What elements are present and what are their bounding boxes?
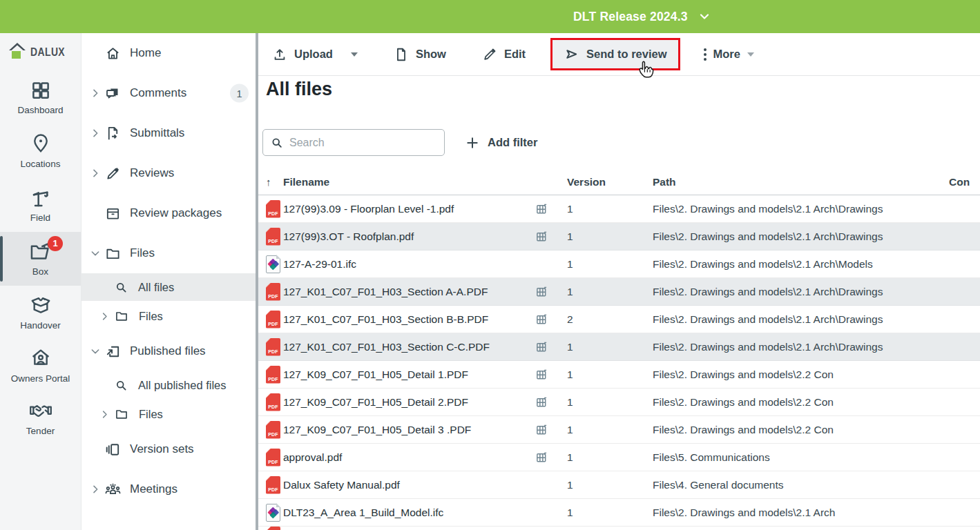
pdf-file-icon	[266, 200, 280, 218]
more-button[interactable]: More	[704, 48, 754, 61]
filename-cell: 127-A-29-01.ifc	[283, 258, 535, 271]
version-cell: 1	[563, 424, 648, 436]
version-cell: 1	[563, 451, 648, 464]
filename-cell: 127_K09_C07_F01_H05_Detail 1.PDF	[283, 369, 535, 381]
sidebar-item-reviews[interactable]: Reviews	[81, 153, 256, 193]
table-row[interactable]: 127_K09_C07_F01_H05_Detail 1.PDF 1 Files…	[258, 361, 980, 389]
search-input[interactable]	[289, 137, 427, 149]
package-box-icon	[102, 206, 123, 222]
partially-visible-row	[258, 527, 980, 530]
table-row[interactable]: 127(99)3.OT - Roofplan.pdf 1 Files\2. Dr…	[258, 223, 980, 251]
table-row[interactable]: 127-A-29-01.ifc 1 Files\2. Drawings and …	[258, 251, 980, 278]
rail-item-tender[interactable]: Tender	[0, 393, 81, 445]
table-row[interactable]: 127(99)3.09 - Floorplan Level -1.pdf 1 F…	[258, 195, 980, 223]
chevron-right-icon[interactable]	[97, 311, 111, 322]
edit-button[interactable]: Edit	[482, 47, 526, 62]
plus-icon	[465, 136, 479, 150]
chevron-right-icon[interactable]	[88, 484, 102, 495]
sidebar-item-review-packages[interactable]: Review packages	[81, 193, 256, 233]
chevron-right-icon[interactable]	[88, 168, 102, 179]
version-cell: 1	[563, 479, 648, 491]
header-version[interactable]: Version	[563, 176, 648, 188]
table-row[interactable]: 127_K09_C07_F01_H05_Detail 2.PDF 1 Files…	[258, 389, 980, 416]
upload-icon	[272, 47, 287, 62]
filename-cell: 127(99)3.09 - Floorplan Level -1.pdf	[283, 203, 535, 215]
pdf-file-icon	[266, 283, 280, 301]
filename-cell: 127_K09_C07_F01_H05_Detail 3 .PDF	[283, 424, 535, 436]
path-cell: Files\2. Drawings and models\2.1 Arch\Dr…	[648, 286, 949, 298]
upload-button[interactable]: Upload	[272, 47, 358, 62]
folder-icon	[111, 407, 132, 421]
file-table: 127(99)3.09 - Floorplan Level -1.pdf 1 F…	[258, 195, 980, 527]
sidebar-item-version-sets[interactable]: Version sets	[81, 429, 256, 469]
header-filename[interactable]: Filename	[283, 176, 535, 188]
submittal-document-icon	[102, 126, 123, 141]
project-title: DLT Release 2024.3	[573, 10, 688, 24]
top-bar: DLT Release 2024.3	[0, 0, 980, 33]
sidebar-item-published-files-folder[interactable]: Files	[81, 399, 256, 429]
rail-item-owners-portal[interactable]: Owners Portal	[0, 339, 81, 393]
path-cell: Files\5. Communications	[648, 451, 949, 464]
filename-cell: DLT23_A_Area 1_Build_Model.ifc	[283, 507, 535, 519]
version-cell: 1	[563, 369, 648, 381]
version-cell: 1	[563, 203, 648, 215]
chevron-down-icon[interactable]	[88, 248, 102, 259]
red-highlight-annotation: Send to review	[550, 38, 680, 70]
pdf-file-icon	[266, 393, 280, 411]
sidebar-item-submittals[interactable]: Submittals	[81, 113, 256, 153]
add-filter-button[interactable]: Add filter	[465, 136, 537, 150]
sheet-grid-icon	[535, 423, 548, 436]
sidebar-item-comments[interactable]: Comments 1	[81, 73, 256, 113]
project-selector[interactable]: DLT Release 2024.3	[573, 0, 711, 33]
sidebar-item-files-folder[interactable]: Files	[81, 301, 256, 331]
rail-item-box[interactable]: Box 1	[0, 232, 81, 286]
search-input-wrap[interactable]	[262, 129, 445, 156]
box-notification-badge: 1	[48, 236, 63, 251]
chevron-down-icon[interactable]	[88, 346, 102, 357]
sidebar-item-all-published-files[interactable]: All published files	[81, 371, 256, 399]
path-cell: Files\2. Drawings and models\2.1 Arch\Mo…	[648, 258, 949, 271]
table-row[interactable]: 127_K09_C07_F01_H05_Detail 3 .PDF 1 File…	[258, 416, 980, 444]
table-row[interactable]: Dalux Safety Manual.pdf 1 Files\4. Gener…	[258, 471, 980, 499]
sidebar-item-home[interactable]: Home	[81, 33, 256, 73]
table-row[interactable]: 127_K01_C07_F01_H03_Section A-A.PDF 1 Fi…	[258, 278, 980, 306]
path-cell: Files\2. Drawings and models\2.2 Con	[648, 369, 949, 381]
upload-caret-icon[interactable]	[351, 52, 358, 57]
sidebar-item-all-files[interactable]: All files	[81, 273, 256, 301]
table-row[interactable]: approval.pdf 1 Files\5. Communications	[258, 444, 980, 471]
rail-item-locations[interactable]: Locations	[0, 124, 81, 178]
search-icon	[111, 378, 131, 393]
chevron-right-icon[interactable]	[88, 88, 102, 99]
path-cell: Files\2. Drawings and models\2.2 Con	[648, 424, 949, 436]
pencil-icon	[102, 166, 123, 181]
sort-ascending-icon[interactable]: ↑	[258, 176, 283, 188]
handshake-icon	[28, 401, 53, 422]
document-icon	[394, 47, 409, 62]
show-button[interactable]: Show	[394, 47, 446, 62]
dalux-logo[interactable]: DALUX	[0, 33, 81, 72]
header-comments[interactable]: Con	[949, 176, 980, 188]
folder-icon	[111, 309, 132, 323]
sidebar-item-files[interactable]: Files	[81, 233, 256, 273]
table-row[interactable]: DLT23_A_Area 1_Build_Model.ifc 1 Files\2…	[258, 499, 980, 527]
rail-item-handover[interactable]: Handover	[0, 286, 81, 340]
pdf-file-icon	[266, 311, 280, 328]
header-path[interactable]: Path	[648, 176, 949, 188]
send-to-review-button[interactable]: Send to review	[553, 40, 678, 68]
path-cell: Files\2. Drawings and models\2.2 Con	[648, 396, 949, 409]
version-cell: 1	[563, 396, 648, 409]
table-row[interactable]: 127_K01_C07_F01_H03_Section B-B.PDF 2 Fi…	[258, 306, 980, 333]
rail-item-field[interactable]: Field	[0, 178, 81, 232]
sidebar-item-published-files[interactable]: Published files	[81, 331, 256, 371]
chevron-right-icon[interactable]	[88, 128, 102, 139]
open-box-icon	[30, 294, 52, 316]
table-row[interactable]: 127_K01_C07_F01_H03_Section C-C.PDF 1 Fi…	[258, 333, 980, 361]
pencil-icon	[482, 47, 497, 62]
published-files-icon	[102, 344, 123, 360]
sheet-grid-icon	[535, 340, 548, 353]
filename-cell: Dalux Safety Manual.pdf	[283, 479, 535, 491]
sidebar-item-meetings[interactable]: Meetings	[81, 469, 256, 509]
chevron-right-icon[interactable]	[97, 409, 111, 420]
rail-item-dashboard[interactable]: Dashboard	[0, 72, 81, 124]
more-caret-icon	[747, 52, 754, 57]
